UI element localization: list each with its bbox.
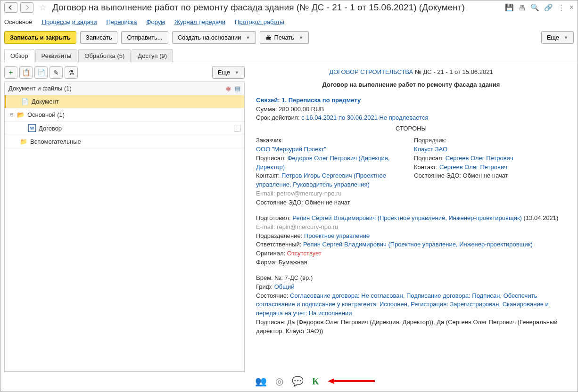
users-icon[interactable]: 👥 [255,376,267,387]
prepared-by-link[interactable]: Репин Сергей Владимирович (Проектное упр… [292,214,522,221]
document-icon: 📄 [21,98,29,105]
save-button[interactable]: Записать [80,31,118,44]
validity-link[interactable]: с 16.04.2021 по 30.06.2021 Не продлевает… [301,114,428,121]
favorite-icon[interactable]: ☆ [38,3,48,12]
grif-link[interactable]: Общий [274,283,295,290]
links-link[interactable]: Связей: 1. Переписка по предмету [256,97,361,104]
contractor-signed-link[interactable]: Сергеев Олег Петрович [446,155,513,162]
menu-main[interactable]: Основное [4,18,33,25]
state-link[interactable]: Согласование договора: Не согласован, По… [256,292,549,317]
chat-icon[interactable]: 💬 [292,376,304,387]
save-and-close-button[interactable]: Записать и закрыть [4,31,76,44]
tool-icon[interactable]: ⚗ [65,66,78,79]
menu-correspondence[interactable]: Переписка [107,18,137,25]
tree-row-main-folder[interactable]: ⊖ 📂 Основной (1) [5,108,244,122]
menu-processes[interactable]: Процессы и задачи [42,18,97,25]
search-window-icon[interactable]: 🔍 [530,3,539,12]
close-icon[interactable]: × [570,3,574,12]
contractor-contact-link[interactable]: Сергеев Олег Петрович [439,163,507,171]
page-title: Договор на выполнение работ по ремонту ф… [52,2,502,13]
column-icon-1[interactable]: ◉ [226,85,231,92]
tab-properties[interactable]: Реквизиты [35,49,78,62]
menu-forum[interactable]: Форум [147,18,165,25]
tree-header: Документ и файлы (1) ◉ ▤ [4,82,245,95]
tab-access[interactable]: Доступ (9) [132,49,173,62]
tab-overview[interactable]: Обзор [4,49,34,62]
folder-open-icon: 📂 [17,111,25,118]
tree-row-contract[interactable]: W Договор [5,122,244,135]
edit-icon[interactable]: ✎ [50,66,63,79]
more-button[interactable]: Еще▼ [541,31,574,44]
original-status: Отсутствует [287,250,322,257]
save-icon[interactable]: 💾 [505,3,514,12]
new-doc-icon[interactable]: 📄 [34,66,48,79]
customer-org-link[interactable]: ООО "Меркурий Проект" [256,145,408,154]
parties-heading: СТОРОНЫ [256,124,566,133]
link-icon[interactable]: 🔗 [544,3,553,12]
row-checkbox[interactable] [234,125,240,131]
paste-icon[interactable]: 📋 [19,66,33,79]
word-doc-icon: W [28,124,36,132]
responsible-link[interactable]: Репин Сергей Владимирович (Проектное упр… [303,241,533,248]
circle-icon[interactable]: ◎ [275,376,283,387]
create-based-on-button[interactable]: Создать на основании▼ [172,31,256,44]
add-icon[interactable]: ＋ [4,66,17,79]
back-button[interactable] [4,2,17,13]
menu-transfer-log[interactable]: Журнал передачи [174,18,225,25]
column-icon-2[interactable]: ▤ [235,85,240,92]
doc-name: Договор на выполнение работ по ремонту ф… [256,81,566,90]
forward-button[interactable] [20,2,33,13]
print-button[interactable]: 🖶Печать▼ [260,31,309,44]
doc-number: № ДС - 21 - 1 от 15.06.2021 [415,68,493,75]
tree-row-document[interactable]: 📄 Документ [5,95,244,108]
menu-work-protocol[interactable]: Протокол работы [235,18,284,25]
doc-type-link[interactable]: ДОГОВОР СТРОИТЕЛЬСТВА [329,68,413,75]
highlight-arrow [328,378,375,384]
print-icon[interactable]: 🖶 [519,4,526,12]
dept-link[interactable]: Проектное управление [304,232,370,239]
send-button[interactable]: Отправить... [121,31,168,44]
tree-more-button[interactable]: Еще▼ [212,66,245,79]
tab-processing[interactable]: Обработка (5) [78,49,131,62]
folder-icon: 📁 [20,138,27,145]
more-icon[interactable]: ⋮ [558,3,565,12]
svg-marker-1 [328,378,334,384]
printer-icon: 🖶 [265,34,272,41]
k-icon[interactable]: К [312,376,319,387]
tree-row-aux-folder[interactable]: 📁 Вспомогательные [5,135,244,148]
contractor-org-link[interactable]: Клауст ЗАО [414,145,566,154]
document-preview: ДОГОВОР СТРОИТЕЛЬСТВА № ДС - 21 - 1 от 1… [248,66,574,372]
collapse-icon[interactable]: ⊖ [8,112,14,118]
